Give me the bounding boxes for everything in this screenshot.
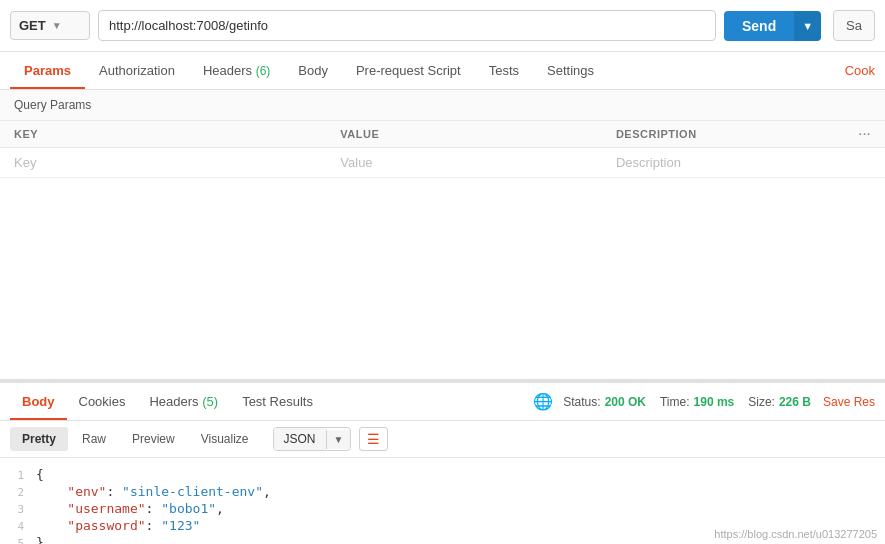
format-chevron-icon[interactable]: ▼ (326, 430, 351, 449)
format-selector[interactable]: JSON ▼ (273, 427, 352, 451)
method-label: GET (19, 18, 46, 33)
size-value: 226 B (779, 395, 811, 409)
response-area: Body Cookies Headers (5) Test Results 🌐 … (0, 380, 885, 544)
tab-authorization[interactable]: Authorization (85, 53, 189, 88)
value-input-cell[interactable]: Value (326, 148, 602, 178)
resp-headers-badge: (5) (202, 394, 218, 409)
time-label: Time: (660, 395, 690, 409)
tab-body[interactable]: Body (284, 53, 342, 88)
json-brace-open: { (36, 467, 885, 482)
size-label: Size: (748, 395, 775, 409)
url-input[interactable] (98, 10, 716, 41)
save-res-button[interactable]: Save Res (823, 395, 875, 409)
col-header-more: ··· (845, 121, 885, 148)
resp-tab-test-results[interactable]: Test Results (230, 384, 325, 419)
more-icon: ··· (859, 128, 871, 140)
time-value: 190 ms (694, 395, 735, 409)
wrap-button[interactable]: ☰ (359, 427, 388, 451)
tab-tests[interactable]: Tests (475, 53, 533, 88)
send-button[interactable]: Send (724, 11, 794, 41)
watermark: https://blog.csdn.net/u013277205 (714, 528, 877, 540)
tab-settings[interactable]: Settings (533, 53, 608, 88)
table-row: Key Value Description (0, 148, 885, 178)
json-env-line: "env": "sinle-client-env", (36, 484, 885, 499)
key-input-cell[interactable]: Key (0, 148, 326, 178)
json-line-1: 1 { (0, 466, 885, 483)
top-bar: GET ▼ Send ▼ Sa (0, 0, 885, 52)
desc-input-cell[interactable]: Description (602, 148, 845, 178)
query-params-label: Query Params (0, 90, 885, 121)
json-key-env: "env" (67, 484, 106, 499)
col-header-value: VALUE (326, 121, 602, 148)
line-num-3: 3 (0, 503, 36, 516)
json-username-line: "username": "bobo1", (36, 501, 885, 516)
subtab-preview[interactable]: Preview (120, 427, 187, 451)
format-label: JSON (274, 428, 326, 450)
request-section: Query Params KEY VALUE DESCRIPTION ··· K… (0, 90, 885, 380)
headers-badge: (6) (256, 64, 271, 78)
json-line-2: 2 "env": "sinle-client-env", (0, 483, 885, 500)
save-button[interactable]: Sa (833, 10, 875, 41)
col-header-key: KEY (0, 121, 326, 148)
globe-icon: 🌐 (533, 392, 553, 411)
request-tabs-bar: Params Authorization Headers (6) Body Pr… (0, 52, 885, 90)
json-val-username: "bobo1" (161, 501, 216, 516)
tab-headers[interactable]: Headers (6) (189, 53, 284, 88)
resp-tab-cookies[interactable]: Cookies (67, 384, 138, 419)
send-dropdown-button[interactable]: ▼ (794, 11, 821, 41)
resp-tab-body[interactable]: Body (10, 384, 67, 419)
cookies-link[interactable]: Cook (845, 63, 875, 78)
tab-prerequest[interactable]: Pre-request Script (342, 53, 475, 88)
row-more (845, 148, 885, 178)
params-table: KEY VALUE DESCRIPTION ··· Key Value Desc… (0, 121, 885, 178)
resp-subtabs: Pretty Raw Preview Visualize JSON ▼ ☰ (0, 421, 885, 458)
status-label: Status: (563, 395, 600, 409)
send-group: Send ▼ (724, 11, 821, 41)
tab-params[interactable]: Params (10, 53, 85, 88)
subtab-pretty[interactable]: Pretty (10, 427, 68, 451)
resp-tab-headers[interactable]: Headers (5) (137, 384, 230, 419)
json-line-3: 3 "username": "bobo1", (0, 500, 885, 517)
json-val-password: "123" (161, 518, 200, 533)
subtab-raw[interactable]: Raw (70, 427, 118, 451)
line-num-2: 2 (0, 486, 36, 499)
col-header-desc: DESCRIPTION (602, 121, 845, 148)
status-value: 200 OK (605, 395, 646, 409)
method-selector[interactable]: GET ▼ (10, 11, 90, 40)
json-val-env: "sinle-client-env" (122, 484, 263, 499)
method-chevron-icon: ▼ (52, 20, 62, 31)
status-bar: 🌐 Status: 200 OK Time: 190 ms Size: 226 … (533, 392, 875, 411)
line-num-4: 4 (0, 520, 36, 533)
json-key-username: "username" (67, 501, 145, 516)
response-header: Body Cookies Headers (5) Test Results 🌐 … (0, 383, 885, 421)
subtab-visualize[interactable]: Visualize (189, 427, 261, 451)
line-num-1: 1 (0, 469, 36, 482)
line-num-5: 5 (0, 537, 36, 544)
json-key-password: "password" (67, 518, 145, 533)
